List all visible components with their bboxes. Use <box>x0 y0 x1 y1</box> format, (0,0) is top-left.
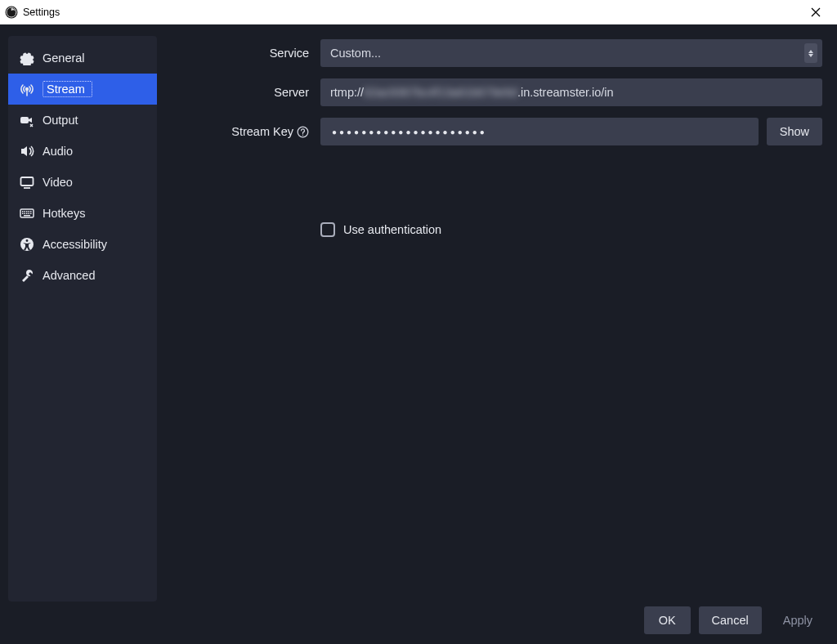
service-row: Service Custom... <box>165 39 822 67</box>
svg-point-22 <box>26 239 29 242</box>
dialog-footer: OK Cancel Apply <box>0 602 837 644</box>
sidebar-item-label: Video <box>43 176 73 189</box>
sidebar-item-video[interactable]: Video <box>8 167 157 198</box>
select-spinner-icon <box>804 43 817 63</box>
sidebar-item-advanced[interactable]: Advanced <box>8 260 157 291</box>
svg-rect-15 <box>22 213 24 215</box>
service-select[interactable]: Custom... <box>320 39 822 67</box>
sidebar-item-label: Advanced <box>43 269 96 282</box>
svg-rect-11 <box>25 211 26 212</box>
window-title: Settings <box>23 7 60 18</box>
titlebar: Settings <box>0 0 837 25</box>
streamkey-masked-value: ●●●●●●●●●●●●●●●●●●●●● <box>332 127 487 136</box>
sidebar-item-label: Hotkeys <box>43 207 85 220</box>
settings-sidebar: General Stream Output Audio <box>8 36 157 602</box>
apply-button[interactable]: Apply <box>770 606 826 634</box>
show-streamkey-button[interactable]: Show <box>767 118 822 145</box>
sidebar-item-label: Output <box>43 114 78 127</box>
ok-button[interactable]: OK <box>644 606 691 634</box>
svg-rect-20 <box>24 215 30 217</box>
svg-rect-16 <box>25 213 26 215</box>
server-value-prefix: rtmp:// <box>330 86 364 99</box>
sidebar-item-label: Accessibility <box>43 238 107 251</box>
help-icon[interactable] <box>297 126 309 138</box>
server-value-suffix: .in.streamster.io/in <box>517 86 614 99</box>
svg-rect-18 <box>29 213 30 215</box>
accessibility-icon <box>20 237 34 252</box>
gear-icon <box>20 51 34 65</box>
sidebar-item-output[interactable]: Output <box>8 105 157 136</box>
use-auth-row[interactable]: Use authentication <box>320 222 822 237</box>
svg-rect-19 <box>30 213 32 215</box>
service-label: Service <box>165 47 320 60</box>
server-input[interactable]: rtmp://62ac9367bc4f13a61b679e9d.in.strea… <box>320 78 822 106</box>
window-close-button[interactable] <box>799 0 832 25</box>
svg-rect-13 <box>29 211 30 212</box>
monitor-icon <box>20 175 34 190</box>
speaker-icon <box>20 144 34 159</box>
sidebar-item-label: Audio <box>43 145 73 158</box>
streamkey-input[interactable]: ●●●●●●●●●●●●●●●●●●●●● <box>320 118 759 145</box>
server-label: Server <box>165 86 320 99</box>
stream-settings-pane: Service Custom... Server rtmp://62ac9367… <box>165 36 829 602</box>
streamkey-label: Stream Key <box>231 125 293 138</box>
svg-rect-14 <box>30 211 32 212</box>
camera-output-icon <box>20 113 34 127</box>
svg-rect-7 <box>21 177 34 186</box>
close-icon <box>811 7 821 17</box>
svg-rect-17 <box>26 213 28 215</box>
sidebar-item-stream[interactable]: Stream <box>8 74 157 105</box>
obs-app-icon <box>5 6 18 19</box>
sidebar-item-hotkeys[interactable]: Hotkeys <box>8 198 157 229</box>
server-row: Server rtmp://62ac9367bc4f13a61b679e9d.i… <box>165 78 822 106</box>
sidebar-item-general[interactable]: General <box>8 42 157 74</box>
server-value-blurred: 62ac9367bc4f13a61b679e9d <box>364 86 517 99</box>
tools-icon <box>20 268 34 283</box>
svg-point-24 <box>302 134 303 135</box>
sidebar-item-label: General <box>43 51 85 65</box>
svg-rect-6 <box>20 117 29 123</box>
sidebar-item-accessibility[interactable]: Accessibility <box>8 229 157 260</box>
service-select-value: Custom... <box>330 47 381 60</box>
keyboard-icon <box>20 206 34 221</box>
svg-point-0 <box>6 6 18 18</box>
svg-rect-10 <box>22 211 24 212</box>
sidebar-item-label: Stream <box>43 81 92 97</box>
antenna-icon <box>20 82 34 96</box>
svg-rect-12 <box>26 211 28 212</box>
use-auth-checkbox[interactable] <box>320 222 335 237</box>
streamkey-row: Stream Key ●●●●●●●●●●●●●●●●●●●●● Show <box>165 118 822 145</box>
use-auth-label: Use authentication <box>343 223 441 236</box>
sidebar-item-audio[interactable]: Audio <box>8 136 157 167</box>
cancel-button[interactable]: Cancel <box>699 606 762 634</box>
